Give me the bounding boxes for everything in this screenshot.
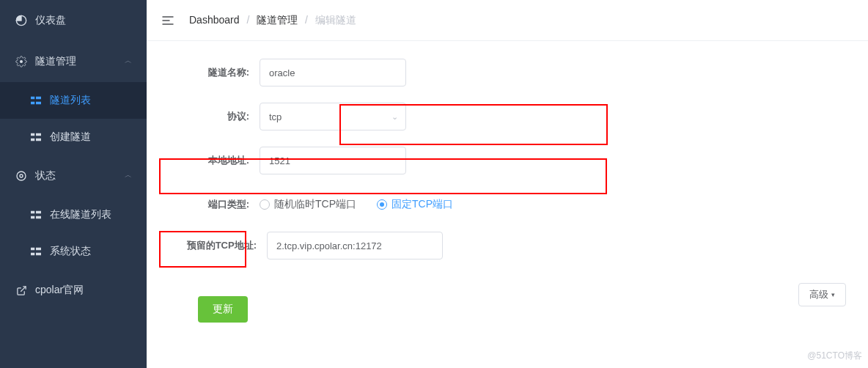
radio-random-port[interactable]: 随机临时TCP端口 xyxy=(260,198,356,211)
watermark: @51CTO博客 xyxy=(807,350,862,362)
caret-down-icon: ▾ xyxy=(831,291,835,298)
submit-button[interactable]: 更新 xyxy=(198,296,248,323)
breadcrumb-item: 编辑隧道 xyxy=(315,14,356,26)
svg-rect-12 xyxy=(31,211,34,214)
content-area: 隧道名称: oracle 协议: tcp ⌄ 本地地址: 1521 端口类型: xyxy=(147,41,868,368)
breadcrumb-item[interactable]: 隧道管理 xyxy=(257,14,298,26)
svg-point-10 xyxy=(20,174,23,177)
svg-rect-14 xyxy=(31,216,34,219)
chevron-down-icon: ⌄ xyxy=(391,112,398,122)
list-icon xyxy=(29,94,43,107)
sidebar-item-cpolar-site[interactable]: cpolar官网 xyxy=(0,270,147,311)
input-tunnel-name[interactable]: oracle xyxy=(260,59,406,87)
radio-label: 随机临时TCP端口 xyxy=(274,198,356,211)
gear-icon xyxy=(15,169,28,183)
label-local-address: 本地地址: xyxy=(169,154,249,167)
svg-rect-5 xyxy=(36,102,41,105)
svg-rect-17 xyxy=(36,248,41,251)
radio-fixed-port[interactable]: 固定TCP端口 xyxy=(377,198,453,211)
list-icon xyxy=(29,245,43,258)
sidebar: 仪表盘 隧道管理 ︿ 隧道列表 创建隧道 状态 ︿ xyxy=(0,0,147,368)
svg-line-20 xyxy=(21,286,26,291)
sidebar-item-tunnel-list[interactable]: 隧道列表 xyxy=(0,82,147,119)
sidebar-item-label: 在线隧道列表 xyxy=(50,208,111,221)
svg-rect-7 xyxy=(36,133,41,136)
breadcrumb-item[interactable]: Dashboard xyxy=(189,14,240,26)
select-protocol[interactable]: tcp ⌄ xyxy=(260,103,406,130)
sidebar-item-dashboard[interactable]: 仪表盘 xyxy=(0,0,147,41)
gear-icon xyxy=(15,55,28,68)
svg-rect-8 xyxy=(31,139,34,141)
radio-label: 固定TCP端口 xyxy=(391,198,453,211)
sidebar-item-tunnel-mgmt[interactable]: 隧道管理 ︿ xyxy=(0,41,147,82)
svg-rect-13 xyxy=(36,211,41,214)
sidebar-item-create-tunnel[interactable]: 创建隧道 xyxy=(0,119,147,155)
radio-circle-icon xyxy=(260,199,270,210)
sidebar-item-label: cpolar官网 xyxy=(35,284,84,297)
input-reserved-tcp[interactable]: 2.tcp.vip.cpolar.cn:12172 xyxy=(267,232,443,260)
external-link-icon xyxy=(15,284,28,297)
label-reserved-tcp: 预留的TCP地址: xyxy=(169,239,257,252)
radio-circle-icon xyxy=(377,199,387,210)
svg-rect-9 xyxy=(36,139,41,141)
svg-point-11 xyxy=(17,172,26,180)
list-icon xyxy=(29,130,43,144)
svg-point-1 xyxy=(20,60,23,63)
sidebar-item-status[interactable]: 状态 ︿ xyxy=(0,155,147,196)
sidebar-item-online-tunnels[interactable]: 在线隧道列表 xyxy=(0,196,147,233)
label-protocol: 协议: xyxy=(169,110,249,123)
topbar: Dashboard / 隧道管理 / 编辑隧道 xyxy=(147,0,868,41)
sidebar-item-label: 创建隧道 xyxy=(50,130,91,144)
breadcrumb: Dashboard / 隧道管理 / 编辑隧道 xyxy=(189,14,356,27)
chevron-up-icon: ︿ xyxy=(125,170,132,180)
advanced-button[interactable]: 高级 ▾ xyxy=(798,283,846,306)
svg-rect-19 xyxy=(36,253,41,256)
label-tunnel-name: 隧道名称: xyxy=(169,66,249,79)
main-panel: Dashboard / 隧道管理 / 编辑隧道 隧道名称: oracle 协议:… xyxy=(147,0,868,368)
breadcrumb-separator: / xyxy=(246,14,249,26)
sidebar-item-system-status[interactable]: 系统状态 xyxy=(0,233,147,270)
sidebar-item-label: 隧道管理 xyxy=(35,55,76,68)
svg-rect-18 xyxy=(31,253,34,256)
svg-rect-16 xyxy=(31,248,34,251)
svg-rect-2 xyxy=(31,97,34,100)
sidebar-item-label: 系统状态 xyxy=(50,245,91,258)
label-port-type: 端口类型: xyxy=(169,198,249,211)
gauge-icon xyxy=(15,14,28,27)
list-icon xyxy=(29,208,43,221)
breadcrumb-separator: / xyxy=(305,14,308,26)
svg-rect-3 xyxy=(36,97,41,100)
svg-rect-4 xyxy=(31,102,34,105)
sidebar-item-label: 仪表盘 xyxy=(35,14,66,27)
chevron-up-icon: ︿ xyxy=(125,56,132,66)
svg-rect-15 xyxy=(36,216,41,219)
sidebar-item-label: 隧道列表 xyxy=(50,94,91,107)
sidebar-item-label: 状态 xyxy=(35,169,56,183)
menu-toggle-icon[interactable] xyxy=(160,12,176,29)
svg-rect-6 xyxy=(31,133,34,136)
input-local-address[interactable]: 1521 xyxy=(260,147,406,174)
